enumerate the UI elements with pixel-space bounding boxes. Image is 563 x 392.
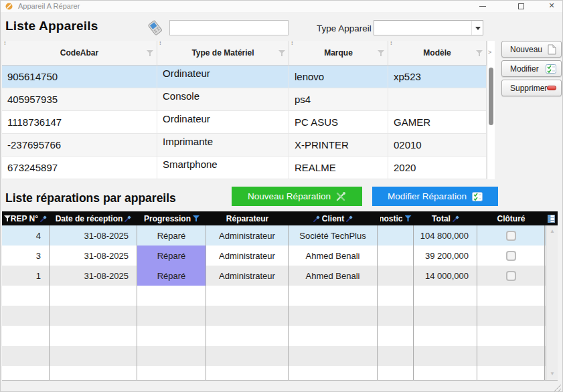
status-cell: Réparé [137, 246, 206, 266]
chevron-right-icon[interactable]: > [488, 49, 491, 56]
devices-table-body: 905614750 Ordinateur lenovo xp523 405957… [2, 66, 487, 179]
cloture-checkbox[interactable] [506, 251, 516, 261]
window-title: Appareil A Réparer [18, 2, 80, 10]
table-row[interactable]: 405957935 Console ps4 [2, 88, 487, 111]
filter-icon[interactable] [476, 50, 483, 56]
cloture-checkbox[interactable] [506, 231, 516, 241]
close-button[interactable]: ✕ [543, 1, 560, 11]
empty-row [2, 346, 558, 366]
scrollbar-thumb[interactable] [489, 68, 493, 125]
devices-heading: Liste Appareils [5, 19, 98, 33]
devices-table: ⁞ CodeAbar ⁞ Type de Matériel ⁞ Marque ⁞… [2, 41, 495, 179]
wand-icon [40, 215, 47, 222]
empty-row [2, 306, 558, 326]
column-header-type[interactable]: ⁞ Type de Matériel [157, 41, 289, 66]
scroll-down-icon[interactable]: ▼ [546, 371, 558, 377]
type-appareil-label: Type Appareil [317, 23, 372, 33]
type-appareil-select[interactable] [374, 20, 483, 35]
wand-icon [453, 215, 459, 222]
table-row[interactable]: 1118736147 Ordinateur PC ASUS GAMER [2, 111, 487, 134]
new-document-icon [548, 44, 556, 55]
barcode-scanner-icon [146, 19, 165, 37]
filter-icon[interactable] [4, 215, 11, 221]
grid-options-icon[interactable] [545, 211, 557, 225]
status-strip [1, 381, 562, 392]
empty-row [2, 286, 558, 306]
wand-icon [346, 215, 353, 222]
filter-icon[interactable] [193, 215, 199, 221]
column-header-modele[interactable]: ⁞ Modèle [388, 41, 487, 66]
devices-scrollbar[interactable]: > [487, 41, 495, 179]
wand-icon [313, 215, 320, 222]
table-row[interactable]: 673245897 Smartphone REALME 2020 [2, 157, 487, 179]
checklist-icon [472, 192, 483, 201]
maximize-button[interactable] [512, 1, 530, 11]
table-row[interactable]: 4 31-08-2025 Réparé Administrateur Socié… [2, 225, 558, 246]
table-row[interactable]: 905614750 Ordinateur lenovo xp523 [2, 66, 487, 88]
minimize-button[interactable] [474, 1, 491, 11]
table-row[interactable]: 1 31-08-2025 Réparé Administrateur Ahmed… [2, 266, 558, 286]
search-input[interactable] [169, 20, 289, 35]
column-header-client[interactable]: Client [289, 211, 378, 225]
column-header-marque[interactable]: ⁞ Marque [289, 41, 388, 66]
nouveau-reparation-button[interactable]: Nouveau Réparation [232, 187, 362, 206]
scroll-up-icon[interactable]: ▲ [546, 228, 558, 234]
repairs-table: REP N° Date de réception Progression Rép… [2, 211, 558, 381]
repairs-table-header: REP N° Date de réception Progression Rép… [2, 211, 558, 225]
supprimer-button[interactable]: Supprimer [501, 80, 562, 96]
empty-row [2, 326, 558, 346]
modifier-button[interactable]: Modifier [501, 60, 562, 77]
column-header-reparateur[interactable]: Réparateur [206, 211, 289, 225]
table-row[interactable]: -237695766 Imprimante X-PRINTER 02010 [2, 134, 487, 157]
chevron-down-icon[interactable] [471, 21, 483, 35]
filter-icon[interactable] [147, 50, 153, 56]
column-header-diagnostic[interactable]: Diagnostic [378, 211, 414, 225]
resize-grip[interactable] [552, 383, 561, 391]
column-header-rep[interactable]: REP N° [2, 211, 50, 225]
app-window: Appareil A Réparer ✕ Liste Appareils Typ… [0, 0, 563, 392]
filter-icon[interactable] [405, 215, 412, 221]
wand-icon [125, 215, 131, 222]
filter-icon[interactable] [378, 50, 384, 56]
delete-icon [547, 86, 556, 90]
app-icon [5, 3, 13, 10]
filter-icon[interactable] [278, 50, 285, 56]
column-header-cloture[interactable]: Clôturé [477, 211, 545, 225]
titlebar: Appareil A Réparer ✕ [1, 1, 562, 12]
modifier-reparation-button[interactable]: Modifier Réparation [372, 187, 498, 206]
table-row[interactable]: 3 31-08-2025 Réparé Administrateur Ahmed… [2, 246, 558, 266]
column-header-total[interactable]: Total [414, 211, 477, 225]
tools-icon [336, 191, 346, 201]
empty-row [2, 366, 558, 381]
nouveau-button[interactable]: Nouveau [501, 41, 562, 58]
status-cell: Réparé [137, 266, 206, 286]
column-header-codeabar[interactable]: ⁞ CodeAbar [2, 41, 157, 66]
column-header-date[interactable]: Date de réception [50, 211, 137, 225]
devices-table-header: ⁞ CodeAbar ⁞ Type de Matériel ⁞ Marque ⁞… [2, 41, 487, 66]
column-header-progression[interactable]: Progression [137, 211, 206, 225]
cloture-checkbox[interactable] [506, 271, 516, 281]
repairs-heading: Liste réparations par appareils [5, 191, 176, 205]
checklist-icon [546, 64, 556, 74]
repairs-scrollbar[interactable]: ▲ ▼ [546, 225, 558, 381]
